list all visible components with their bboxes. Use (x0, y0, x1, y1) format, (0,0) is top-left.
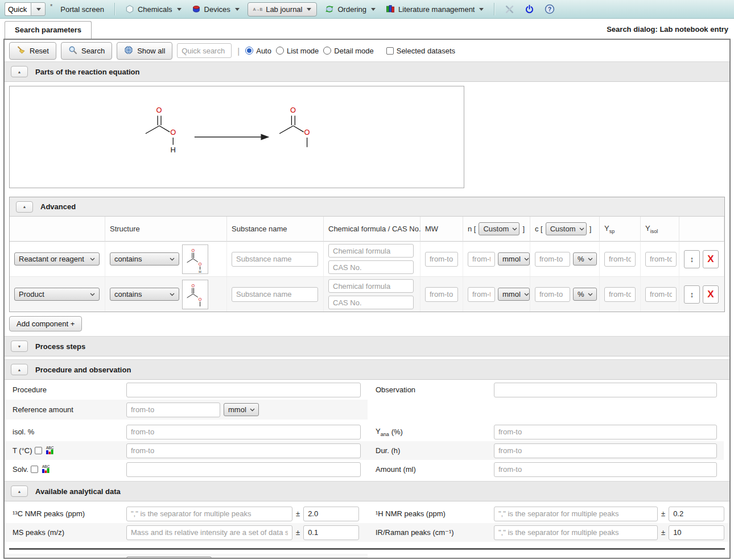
reaction-structure-editor[interactable]: O O H O O (9, 86, 464, 188)
component-type-select[interactable]: Reactant or reagent (14, 252, 100, 266)
component-row-mw (420, 242, 463, 277)
show-all-button[interactable]: Show all (117, 42, 172, 60)
abc-stats-icon[interactable]: ABC (70, 558, 80, 559)
c-unit-mode-select[interactable]: Custom (546, 222, 587, 235)
tab-search-parameters[interactable]: Search parameters (5, 21, 92, 39)
tools-icon[interactable] (505, 5, 514, 14)
power-logout-icon[interactable] (525, 5, 534, 14)
abc-stats-icon[interactable]: ABC (40, 464, 50, 475)
reference-amount-label: Reference amount (5, 400, 126, 420)
section-procedure-observation: ▲ Procedure and observation (5, 359, 729, 380)
form-row-ms-ir: MS peaks (m/z) ± IR/Raman peaks (cm⁻¹) ± (5, 523, 729, 542)
c-unit-select[interactable]: % (573, 252, 597, 266)
ir-tolerance-input[interactable] (669, 525, 724, 540)
search-button[interactable]: Search (61, 42, 112, 60)
procedure-input[interactable] (126, 383, 361, 397)
n-unit-select[interactable]: mmol (498, 252, 530, 266)
collapse-button[interactable]: ▲ (11, 364, 28, 375)
reference-unit-select[interactable]: mmol (224, 403, 259, 416)
c13-tolerance-input[interactable] (303, 507, 359, 521)
analytics-type-label: Analytics type ABC (5, 554, 126, 559)
collapse-button[interactable]: ▼ (11, 341, 28, 352)
reset-button[interactable]: Reset (9, 42, 56, 60)
collapse-button[interactable]: ▲ (16, 201, 33, 213)
ir-raman-label: IR/Raman peaks (cm⁻¹) (368, 523, 494, 542)
yisol-from-to-input[interactable] (645, 287, 677, 302)
menu-literature-management[interactable]: Literature management (384, 2, 486, 16)
c-from-to-input[interactable] (535, 287, 570, 302)
h1-peaks-input[interactable] (494, 507, 658, 521)
cas-no-input[interactable] (328, 260, 414, 274)
chemical-formula-input[interactable] (328, 244, 414, 258)
advanced-section: ▲ Advanced Structure Substance name Chem… (9, 197, 725, 312)
selected-datasets-checkbox[interactable]: Selected datasets (386, 47, 455, 55)
observation-input[interactable] (494, 383, 717, 397)
abc-stats-icon[interactable]: ABC (44, 445, 54, 457)
c-unit-select[interactable]: % (573, 288, 597, 301)
ir-peaks-input[interactable] (494, 525, 658, 540)
menu-lab-journal[interactable]: A→B Lab journal (248, 2, 317, 16)
ysp-from-to-input[interactable] (604, 252, 636, 267)
structure-thumbnail[interactable]: O O (182, 280, 208, 309)
quick-select-combo[interactable] (5, 2, 46, 16)
ysp-from-to-input[interactable] (604, 287, 636, 302)
isol-from-to-input[interactable] (126, 425, 361, 439)
analytics-type-select[interactable]: any (126, 557, 212, 559)
temperature-text-checkbox[interactable] (35, 447, 42, 454)
quick-select-dropdown-button[interactable] (31, 2, 46, 16)
reaction-arrow-icon (195, 134, 270, 140)
quick-search-input[interactable] (177, 43, 232, 58)
quick-select-input[interactable] (5, 2, 31, 16)
structure-operator-select[interactable]: contains (110, 252, 179, 266)
n-unit-select[interactable]: mmol (498, 288, 530, 301)
ms-peaks-input[interactable] (126, 525, 292, 540)
duration-from-to-input[interactable] (494, 443, 717, 458)
structure-thumbnail[interactable]: O O H (182, 244, 208, 274)
substance-name-input[interactable] (232, 252, 318, 267)
menu-portal-screen[interactable]: Portal screen (58, 3, 106, 16)
collapse-button[interactable]: ▲ (11, 486, 28, 497)
temperature-from-to-input[interactable] (126, 443, 361, 458)
mw-from-to-input[interactable] (425, 252, 458, 267)
add-component-button[interactable]: Add component + (9, 316, 82, 331)
component-type-select[interactable]: Product (14, 288, 100, 301)
menu-ordering[interactable]: Ordering (323, 2, 378, 16)
chevron-down-icon (579, 227, 584, 231)
delete-row-button[interactable]: X (703, 250, 719, 268)
yana-from-to-input[interactable] (494, 425, 717, 439)
mw-from-to-input[interactable] (425, 287, 458, 302)
structure-operator-select[interactable]: contains (110, 288, 179, 301)
yisol-from-to-input[interactable] (645, 252, 677, 267)
menu-devices[interactable]: Devices (189, 2, 242, 16)
component-row-structure: contains O O H (105, 242, 227, 277)
component-row-formula (324, 277, 420, 312)
mode-radio-list[interactable]: List mode (276, 47, 319, 55)
c13-peaks-input[interactable] (126, 507, 292, 521)
n-from-to-input[interactable] (468, 252, 495, 267)
component-row-ysp (600, 277, 641, 312)
chemical-formula-input[interactable] (328, 279, 414, 293)
solvent-text-checkbox[interactable] (31, 466, 38, 473)
mode-radio-detail[interactable]: Detail mode (323, 47, 373, 55)
ordering-globe-icon (325, 5, 334, 14)
move-row-button[interactable]: ↕ (684, 250, 700, 268)
h1-tolerance-input[interactable] (669, 507, 724, 521)
cas-no-input[interactable] (328, 296, 414, 309)
ms-tolerance-input[interactable] (303, 525, 359, 540)
n-from-to-input[interactable] (468, 287, 495, 302)
c-from-to-input[interactable] (535, 252, 570, 267)
help-icon[interactable]: ? (545, 4, 555, 14)
amount-from-to-input[interactable] (494, 462, 717, 477)
solvent-input[interactable] (126, 462, 361, 477)
collapse-button[interactable]: ▲ (11, 66, 28, 77)
dialog-title: Search dialog: Lab notebook entry (607, 25, 729, 39)
col-header-type (10, 217, 105, 242)
move-row-button[interactable]: ↕ (684, 285, 700, 304)
menu-chemicals[interactable]: Chemicals (123, 2, 184, 16)
mode-radio-auto[interactable]: Auto (245, 47, 271, 55)
reference-amount-input[interactable] (126, 403, 220, 417)
n-unit-mode-select[interactable]: Custom (479, 222, 519, 235)
delete-row-button[interactable]: X (703, 285, 719, 304)
section-title: Parts of the reaction equation (35, 68, 139, 76)
substance-name-input[interactable] (232, 287, 318, 302)
